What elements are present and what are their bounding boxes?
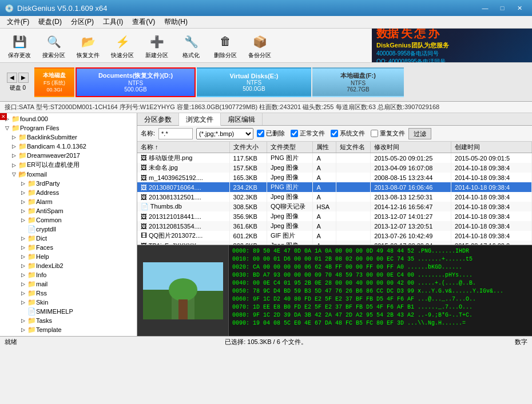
partition-d-size: 500.0GB — [124, 86, 146, 93]
format-button[interactable]: 🔧 格式化 — [175, 31, 207, 61]
tab-partition-params[interactable]: 分区参数 — [137, 113, 179, 125]
deleted-checkbox[interactable]: 已删除 — [257, 129, 285, 138]
tree-item-found[interactable]: ▷ 📁 found.000 — [0, 114, 137, 123]
tree-close-button[interactable]: ✕ — [0, 113, 7, 120]
table-row[interactable]: 🎞 QQ图片2013072.... 601.2KB GIF 图片 A 2013-… — [137, 231, 532, 241]
close-button[interactable]: ✕ — [511, 2, 527, 14]
table-row[interactable]: 🖼 2013121018441.... 356.9KB Jpeg 图像 A 20… — [137, 211, 532, 221]
disk-arrows: ◀ ▶ — [7, 73, 29, 83]
col-short[interactable]: 短文件名 — [336, 142, 370, 153]
backup-partition-button[interactable]: 📦 备份分区 — [244, 31, 276, 61]
table-row[interactable]: 🖼 未命名.jpg 157.5KB Jpeg 图像 A 2013-04-09 1… — [137, 163, 532, 173]
menu-tools[interactable]: 工具(I) — [98, 16, 128, 28]
tree-item-backlink[interactable]: ▷ 📁 BacklinkSubmitter — [9, 133, 137, 142]
tree-item-rss[interactable]: ▷ 📁 Rss — [18, 289, 137, 298]
menu-disk[interactable]: 硬盘(D) — [34, 16, 66, 28]
disk-label: 硬盘 0 — [10, 84, 26, 92]
tree-item-dreamweaver[interactable]: ▷ 📁 Dreamweaver2017 — [9, 151, 137, 160]
tree-item-foxmail71[interactable]: ▷ 📁 Foxmail 7.1 — [9, 334, 137, 336]
tab-browse-files[interactable]: 浏览文件 — [179, 113, 221, 126]
foxmail-children: ▷ 📁 3rdParty ▷ 📁 Address ▷ 📁 Alarm — [9, 179, 137, 334]
tree-item-skin[interactable]: ▷ 📁 Skin — [18, 298, 137, 307]
col-type[interactable]: 文件类型 — [267, 142, 313, 153]
tree-item-3rdparty[interactable]: ▷ 📁 3rdParty — [18, 179, 137, 188]
table-row[interactable]: 🖼 2013081312501.... 302.3KB Jpeg 图像 A 20… — [137, 192, 532, 202]
tree-item-antispam[interactable]: ▷ 📁 AntiSpam — [18, 206, 137, 215]
col-modified[interactable]: 修改时间 — [371, 142, 451, 153]
system-checkbox[interactable]: 系统文件 — [331, 129, 365, 138]
menu-help[interactable]: 帮助(H) — [160, 16, 192, 28]
table-row[interactable]: 🖼 移动版使用.png 117.5KB PNG 图片 A 2015-05-20 … — [137, 153, 532, 163]
col-size[interactable]: 文件大小 — [229, 142, 267, 153]
quick-partition-button[interactable]: ⚡ 快速分区 — [106, 31, 138, 61]
minimize-button[interactable]: — — [477, 2, 493, 14]
recover-files-button[interactable]: 📂 恢复文件 — [72, 31, 104, 61]
tree-item-bandicam[interactable]: ▷ 📁 Bandicam 4.1.0.1362 — [9, 142, 137, 151]
table-row[interactable]: 🖼 m_14039625192.... 165.3KB Jpeg 图像 A 20… — [137, 173, 532, 182]
tree-label: Faces — [36, 244, 53, 251]
tree-item-smimehelp[interactable]: 📄 SMIMEHELP — [18, 307, 137, 316]
tree-item-tasks[interactable]: ▷ 📁 Tasks — [18, 316, 137, 325]
table-row[interactable]: 🖼 2013080716064.... 234.2KB PNG 图片 A 201… — [137, 182, 532, 192]
tree-item-help[interactable]: ▷ 📁 Help — [18, 252, 137, 261]
file-created: 2014-10-18 09:38:4 — [451, 173, 532, 182]
file-type-select[interactable]: (*.jpg;*.bmp) *.* *.png *.jpg — [196, 128, 253, 139]
save-changes-button[interactable]: 💾 保存更改 — [3, 31, 35, 61]
maximize-button[interactable]: □ — [494, 2, 510, 14]
duplicate-check-input[interactable] — [371, 130, 378, 137]
tree-item-info[interactable]: ▷ 📁 Info — [18, 270, 137, 279]
tree-item-dict[interactable]: ▷ 📁 Dict — [18, 234, 137, 243]
tree-item-address[interactable]: ▷ 📁 Address — [18, 188, 137, 197]
normal-check-input[interactable] — [291, 130, 298, 137]
next-disk-button[interactable]: ▶ — [18, 73, 29, 83]
folder-tree[interactable]: ✕ ▷ 📁 found.000 ▽ 📁 Program Files ▷ 📁 Ba… — [0, 113, 137, 336]
partition-system[interactable]: 本地磁盘 FS (系统) 00.3GI — [34, 67, 74, 97]
deleted-check-input[interactable] — [257, 130, 264, 137]
prev-disk-button[interactable]: ◀ — [7, 73, 17, 83]
tree-item-alarm[interactable]: ▷ 📁 Alarm — [18, 197, 137, 206]
tree-item-template[interactable]: ▷ 📁 Template — [18, 325, 137, 334]
table-row[interactable]: 🖼 TB1jxFgJXXXXX.... 802.8KB Jpeg 图像 A 20… — [137, 241, 532, 245]
preview-image — [137, 245, 229, 336]
partition-system-name: 本地磁盘 — [43, 71, 66, 79]
file-short — [336, 153, 370, 163]
menu-file[interactable]: 文件(F) — [2, 16, 34, 28]
tree-item-faces[interactable]: ▷ 📁 Faces — [18, 243, 137, 252]
right-panel: 分区参数 浏览文件 扇区编辑 名称: (*.jpg;*.bmp) *.* *.p… — [137, 113, 532, 336]
tree-item-indexlib2[interactable]: ▷ 📁 IndexLib2 — [18, 261, 137, 270]
normal-checkbox[interactable]: 正常文件 — [291, 129, 325, 138]
delete-partition-button[interactable]: 🗑 删除分区 — [209, 31, 241, 61]
filter-button[interactable]: 过滤 — [408, 128, 431, 139]
disk-info: 接口:SATA 型号:ST2000DM001-1CH164 序列号:W1E2YH… — [0, 102, 532, 113]
tab-sector-edit[interactable]: 扇区编辑 — [221, 113, 263, 125]
table-row[interactable]: 📄 Thumbs.db 308.5KB QQ聊天记录 HSA 2014-12-1… — [137, 202, 532, 211]
menu-view[interactable]: 查看(V) — [128, 16, 160, 28]
system-check-input[interactable] — [331, 130, 338, 137]
partition-e[interactable]: Virtual Disks(E:) NTFS 500.0GB — [197, 67, 311, 97]
partition-d[interactable]: Documents(恢复文件)(D:) NTFS 500.0GB — [76, 67, 196, 97]
tree-item-er[interactable]: ▷ 📁 ER可以在虚机使用 — [9, 160, 137, 170]
tree-item-cryptdll[interactable]: 📄 cryptdll — [18, 225, 137, 234]
delete-label: 删除分区 — [214, 52, 237, 59]
tree-item-mail[interactable]: ▷ 📁 mail — [18, 279, 137, 289]
name-filter-input[interactable] — [158, 128, 193, 139]
file-name: 🖼 移动版使用.png — [137, 153, 229, 163]
expand-icon: ▷ — [18, 299, 27, 305]
new-partition-button[interactable]: ➕ 新建分区 — [141, 31, 173, 61]
col-name[interactable]: 名称 ↑ — [137, 142, 229, 153]
tree-item-program-files[interactable]: ▽ 📁 Program Files — [0, 123, 137, 133]
col-created[interactable]: 创建时间 — [451, 142, 532, 153]
search-partition-button[interactable]: 🔍 搜索分区 — [38, 31, 70, 61]
tree-item-foxmail[interactable]: ▽ 📂 foxmail — [9, 170, 137, 179]
ad-phone: 400008-9958备电话同号 — [376, 50, 527, 58]
tree-item-common[interactable]: ▷ 📁 Common — [18, 215, 137, 225]
status-left: 就绪 — [5, 338, 171, 346]
file-list[interactable]: 名称 ↑ 文件大小 文件类型 属性 短文件名 修改时间 创建时间 🖼 移动版使用… — [137, 142, 532, 245]
expand-icon: ▷ — [18, 190, 27, 195]
partition-f[interactable]: 本地磁盘(F:) NTFS 762.7GB — [312, 67, 404, 97]
col-attr[interactable]: 属性 — [313, 142, 336, 153]
tree-label: ER可以在虚机使用 — [27, 161, 80, 169]
menu-partition[interactable]: 分区(P) — [66, 16, 98, 28]
duplicate-checkbox[interactable]: 重复文件 — [371, 129, 405, 138]
table-row[interactable]: 🖼 2013120815354.... 361.6KB Jpeg 图像 A 20… — [137, 221, 532, 231]
